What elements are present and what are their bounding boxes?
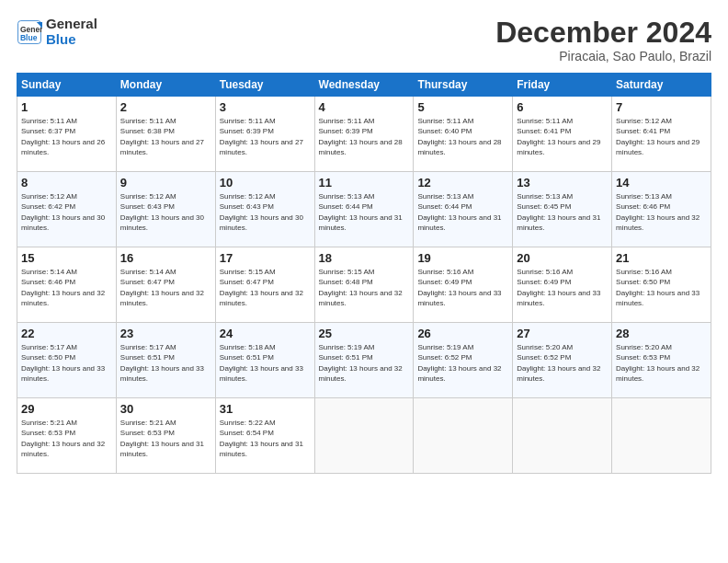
table-row: 14Sunrise: 5:13 AMSunset: 6:46 PMDayligh… [612, 172, 711, 247]
day-number: 14 [616, 176, 707, 190]
day-info: Sunrise: 5:13 AMSunset: 6:44 PMDaylight:… [417, 191, 508, 233]
day-info: Sunrise: 5:11 AMSunset: 6:37 PMDaylight:… [21, 116, 112, 157]
day-number: 7 [616, 100, 707, 114]
table-row: 20Sunrise: 5:16 AMSunset: 6:49 PMDayligh… [513, 247, 612, 323]
day-number: 12 [417, 176, 508, 190]
logo: General Blue General Blue [17, 17, 97, 47]
day-number: 13 [517, 176, 608, 190]
table-row: 13Sunrise: 5:13 AMSunset: 6:45 PMDayligh… [513, 172, 612, 247]
day-number: 22 [21, 327, 112, 340]
day-number: 17 [220, 251, 311, 265]
table-row [513, 398, 612, 474]
day-number: 1 [21, 100, 112, 114]
table-row: 16Sunrise: 5:14 AMSunset: 6:47 PMDayligh… [116, 247, 215, 323]
table-row: 31Sunrise: 5:22 AMSunset: 6:54 PMDayligh… [215, 398, 314, 474]
calendar-week-2: 8Sunrise: 5:12 AMSunset: 6:42 PMDaylight… [17, 172, 711, 247]
calendar-table: Sunday Monday Tuesday Wednesday Thursday… [17, 73, 711, 474]
day-number: 28 [616, 327, 707, 340]
month-title: December 2024 [495, 17, 711, 49]
day-number: 18 [319, 251, 410, 265]
day-number: 8 [21, 176, 112, 190]
svg-text:Blue: Blue [20, 33, 38, 42]
table-row: 12Sunrise: 5:13 AMSunset: 6:44 PMDayligh… [414, 172, 513, 247]
table-row: 25Sunrise: 5:19 AMSunset: 6:51 PMDayligh… [314, 323, 414, 398]
table-row: 21Sunrise: 5:16 AMSunset: 6:50 PMDayligh… [612, 247, 711, 323]
day-info: Sunrise: 5:15 AMSunset: 6:48 PMDaylight:… [319, 267, 410, 308]
day-info: Sunrise: 5:13 AMSunset: 6:44 PMDaylight:… [319, 191, 410, 233]
day-number: 29 [21, 402, 112, 416]
page: General Blue General Blue December 2024 … [0, 0, 728, 563]
day-info: Sunrise: 5:15 AMSunset: 6:47 PMDaylight:… [220, 267, 311, 308]
calendar-week-5: 29Sunrise: 5:21 AMSunset: 6:53 PMDayligh… [17, 398, 711, 474]
day-info: Sunrise: 5:20 AMSunset: 6:53 PMDaylight:… [616, 342, 707, 384]
day-info: Sunrise: 5:17 AMSunset: 6:51 PMDaylight:… [120, 342, 211, 384]
day-info: Sunrise: 5:18 AMSunset: 6:51 PMDaylight:… [220, 342, 311, 384]
day-info: Sunrise: 5:12 AMSunset: 6:41 PMDaylight:… [616, 116, 707, 157]
calendar-body: 1Sunrise: 5:11 AMSunset: 6:37 PMDaylight… [17, 97, 711, 474]
table-row: 28Sunrise: 5:20 AMSunset: 6:53 PMDayligh… [612, 323, 711, 398]
day-info: Sunrise: 5:21 AMSunset: 6:53 PMDaylight:… [120, 418, 211, 459]
day-info: Sunrise: 5:11 AMSunset: 6:40 PMDaylight:… [417, 116, 508, 157]
day-number: 11 [319, 176, 410, 190]
table-row: 19Sunrise: 5:16 AMSunset: 6:49 PMDayligh… [414, 247, 513, 323]
day-number: 3 [220, 100, 311, 114]
day-info: Sunrise: 5:11 AMSunset: 6:41 PMDaylight:… [517, 116, 608, 157]
table-row [314, 398, 414, 474]
table-row [414, 398, 513, 474]
day-info: Sunrise: 5:13 AMSunset: 6:46 PMDaylight:… [616, 191, 707, 233]
day-info: Sunrise: 5:17 AMSunset: 6:50 PMDaylight:… [21, 342, 112, 384]
day-number: 26 [417, 327, 508, 340]
day-number: 19 [417, 251, 508, 265]
day-info: Sunrise: 5:16 AMSunset: 6:49 PMDaylight:… [517, 267, 608, 308]
header-row: Sunday Monday Tuesday Wednesday Thursday… [17, 74, 711, 97]
table-row: 18Sunrise: 5:15 AMSunset: 6:48 PMDayligh… [314, 247, 414, 323]
table-row: 4Sunrise: 5:11 AMSunset: 6:39 PMDaylight… [314, 97, 414, 172]
day-number: 23 [120, 327, 211, 340]
day-number: 6 [517, 100, 608, 114]
day-info: Sunrise: 5:14 AMSunset: 6:46 PMDaylight:… [21, 267, 112, 308]
table-row: 22Sunrise: 5:17 AMSunset: 6:50 PMDayligh… [17, 323, 117, 398]
col-tuesday: Tuesday [215, 74, 314, 97]
day-info: Sunrise: 5:12 AMSunset: 6:43 PMDaylight:… [220, 191, 311, 233]
table-row: 27Sunrise: 5:20 AMSunset: 6:52 PMDayligh… [513, 323, 612, 398]
day-info: Sunrise: 5:19 AMSunset: 6:51 PMDaylight:… [319, 342, 410, 384]
day-info: Sunrise: 5:11 AMSunset: 6:39 PMDaylight:… [319, 116, 410, 157]
calendar-week-4: 22Sunrise: 5:17 AMSunset: 6:50 PMDayligh… [17, 323, 711, 398]
day-number: 21 [616, 251, 707, 265]
title-block: December 2024 Piracaia, Sao Paulo, Brazi… [495, 17, 711, 63]
day-info: Sunrise: 5:11 AMSunset: 6:39 PMDaylight:… [220, 116, 311, 157]
day-number: 27 [517, 327, 608, 340]
svg-text:General: General [20, 25, 42, 34]
table-row: 29Sunrise: 5:21 AMSunset: 6:53 PMDayligh… [17, 398, 117, 474]
day-info: Sunrise: 5:21 AMSunset: 6:53 PMDaylight:… [21, 418, 112, 459]
calendar-week-3: 15Sunrise: 5:14 AMSunset: 6:46 PMDayligh… [17, 247, 711, 323]
day-number: 24 [220, 327, 311, 340]
day-info: Sunrise: 5:14 AMSunset: 6:47 PMDaylight:… [120, 267, 211, 308]
table-row: 30Sunrise: 5:21 AMSunset: 6:53 PMDayligh… [116, 398, 215, 474]
day-info: Sunrise: 5:12 AMSunset: 6:42 PMDaylight:… [21, 191, 112, 233]
table-row: 1Sunrise: 5:11 AMSunset: 6:37 PMDaylight… [17, 97, 117, 172]
col-wednesday: Wednesday [314, 74, 414, 97]
location: Piracaia, Sao Paulo, Brazil [495, 49, 711, 63]
day-number: 30 [120, 402, 211, 416]
day-number: 2 [120, 100, 211, 114]
table-row: 2Sunrise: 5:11 AMSunset: 6:38 PMDaylight… [116, 97, 215, 172]
day-number: 20 [517, 251, 608, 265]
day-info: Sunrise: 5:20 AMSunset: 6:52 PMDaylight:… [517, 342, 608, 384]
day-info: Sunrise: 5:16 AMSunset: 6:49 PMDaylight:… [417, 267, 508, 308]
table-row: 6Sunrise: 5:11 AMSunset: 6:41 PMDaylight… [513, 97, 612, 172]
day-number: 4 [319, 100, 410, 114]
logo-general: General [46, 17, 97, 32]
logo-icon: General Blue [17, 19, 42, 45]
table-row: 8Sunrise: 5:12 AMSunset: 6:42 PMDaylight… [17, 172, 117, 247]
table-row: 9Sunrise: 5:12 AMSunset: 6:43 PMDaylight… [116, 172, 215, 247]
col-saturday: Saturday [612, 74, 711, 97]
day-number: 10 [220, 176, 311, 190]
table-row: 7Sunrise: 5:12 AMSunset: 6:41 PMDaylight… [612, 97, 711, 172]
day-number: 25 [319, 327, 410, 340]
day-info: Sunrise: 5:22 AMSunset: 6:54 PMDaylight:… [220, 418, 311, 459]
logo-blue: Blue [46, 32, 97, 48]
table-row: 10Sunrise: 5:12 AMSunset: 6:43 PMDayligh… [215, 172, 314, 247]
calendar-week-1: 1Sunrise: 5:11 AMSunset: 6:37 PMDaylight… [17, 97, 711, 172]
day-number: 31 [220, 402, 311, 416]
